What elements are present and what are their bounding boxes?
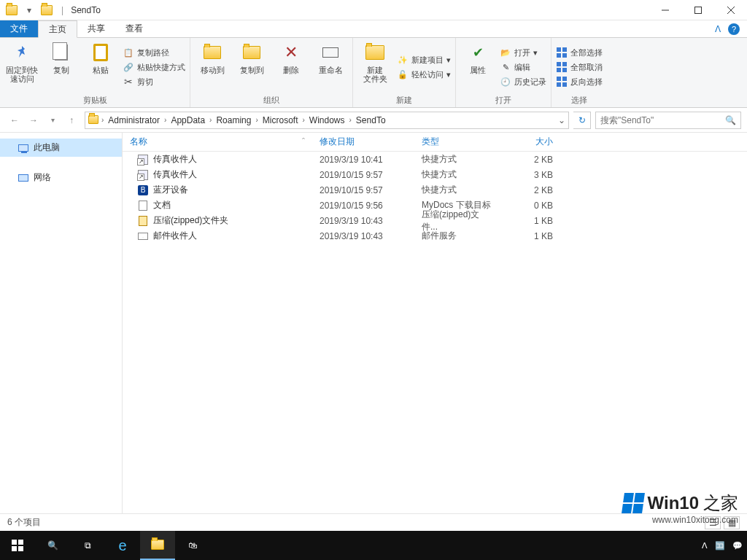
tray-notification-icon[interactable]: 💬 xyxy=(732,541,743,551)
svg-rect-1 xyxy=(694,7,701,13)
edit-button[interactable]: ✎编辑 xyxy=(500,61,546,73)
group-new: 新建 文件夹 ✨新建项目 ▾ 🔓轻松访问 ▾ 新建 xyxy=(353,38,456,107)
tray-chevron-icon[interactable]: ᐱ xyxy=(702,541,708,551)
column-type[interactable]: 类型 xyxy=(414,136,502,148)
file-size: 0 KB xyxy=(502,201,560,211)
file-date: 2019/10/15 9:57 xyxy=(312,185,414,195)
paste-button[interactable]: 粘贴 xyxy=(83,41,118,93)
chevron-right-icon[interactable]: › xyxy=(302,116,304,124)
breadcrumb-segment[interactable]: AppData xyxy=(168,115,208,125)
up-button[interactable]: ↑ xyxy=(63,112,80,129)
chevron-right-icon[interactable]: › xyxy=(101,116,104,124)
copy-path-button[interactable]: 📋复制路径 xyxy=(123,47,185,58)
system-tray[interactable]: ᐱ 🈁 💬 xyxy=(702,541,747,551)
tree-item-network[interactable]: 网络 xyxy=(0,168,122,187)
watermark-url: www.win10xitong.com xyxy=(623,515,738,525)
file-row[interactable]: B蓝牙设备2019/10/15 9:57快捷方式2 KB xyxy=(123,182,747,198)
file-name: 压缩(zipped)文件夹 xyxy=(153,214,228,227)
cut-button[interactable]: ✂剪切 xyxy=(123,76,185,88)
file-row[interactable]: 传真收件人2019/10/15 9:57快捷方式3 KB xyxy=(123,167,747,182)
title-bar: ▾ | SendTo xyxy=(0,0,747,20)
file-name: 传真收件人 xyxy=(153,153,197,166)
forward-button[interactable]: → xyxy=(25,112,42,129)
column-date[interactable]: 修改日期 xyxy=(312,136,414,148)
tab-home[interactable]: 主页 xyxy=(38,20,77,38)
group-open: ✔属性 📂打开 ▾ ✎编辑 🕘历史记录 打开 xyxy=(456,38,551,107)
back-button[interactable]: ← xyxy=(6,112,23,129)
minimize-button[interactable] xyxy=(649,0,681,20)
file-row[interactable]: 邮件收件人2019/3/19 10:43邮件服务1 KB xyxy=(123,228,747,244)
help-icon[interactable]: ? xyxy=(728,23,740,35)
task-view-button[interactable]: ⧉ xyxy=(70,531,105,560)
breadcrumb-segment[interactable]: Roaming xyxy=(213,115,254,125)
column-size[interactable]: 大小 xyxy=(502,136,560,148)
breadcrumb-segment[interactable]: SendTo xyxy=(353,115,389,125)
breadcrumb-segment[interactable]: Windows xyxy=(306,115,348,125)
start-button[interactable] xyxy=(0,531,35,560)
file-row[interactable]: 压缩(zipped)文件夹2019/3/19 10:43压缩(zipped)文件… xyxy=(123,213,747,228)
copy-button[interactable]: 复制 xyxy=(44,41,79,93)
chevron-right-icon[interactable]: › xyxy=(209,116,212,124)
new-item-button[interactable]: ✨新建项目 ▾ xyxy=(397,54,451,66)
address-dropdown-icon[interactable]: ⌄ xyxy=(558,115,565,125)
rename-icon xyxy=(319,41,342,64)
new-folder-button[interactable]: 新建 文件夹 xyxy=(357,41,392,93)
history-button[interactable]: 🕘历史记录 xyxy=(500,76,546,88)
open-button[interactable]: 📂打开 ▾ xyxy=(500,47,546,58)
file-size: 2 KB xyxy=(502,155,560,165)
maximize-button[interactable] xyxy=(681,0,714,20)
store-button[interactable]: 🛍 xyxy=(175,531,210,560)
chevron-right-icon[interactable]: › xyxy=(255,116,258,124)
rename-button[interactable]: 重命名 xyxy=(313,41,348,93)
breadcrumb-segment[interactable]: Microsoft xyxy=(260,115,301,125)
search-box[interactable]: 🔍 xyxy=(595,112,741,129)
paste-icon xyxy=(89,41,112,64)
refresh-button[interactable]: ↻ xyxy=(573,112,591,129)
properties-button[interactable]: ✔属性 xyxy=(460,41,495,93)
tree-item-this-pc[interactable]: 此电脑 xyxy=(0,139,122,157)
folder-icon xyxy=(88,115,100,125)
collapse-ribbon-icon[interactable]: ᐱ xyxy=(715,24,721,34)
close-button[interactable] xyxy=(714,0,747,20)
search-input[interactable] xyxy=(600,115,725,125)
scissors-icon: ✂ xyxy=(123,76,134,88)
folder-icon xyxy=(39,3,54,18)
delete-icon: ✕ xyxy=(279,41,303,64)
select-none-button[interactable]: 全部取消 xyxy=(556,61,603,73)
easy-access-icon: 🔓 xyxy=(397,69,409,80)
recent-dropdown[interactable]: ▾ xyxy=(44,112,61,129)
select-all-button[interactable]: 全部选择 xyxy=(556,47,603,58)
edge-button[interactable]: e xyxy=(105,531,140,560)
chevron-right-icon[interactable]: › xyxy=(349,116,352,124)
title-separator: | xyxy=(61,5,63,15)
explorer-button[interactable] xyxy=(140,531,175,560)
watermark: Win10之家 www.win10xitong.com xyxy=(623,491,738,525)
column-name[interactable]: 名称ˆ xyxy=(123,136,312,148)
column-headers: 名称ˆ 修改日期 类型 大小 xyxy=(123,133,747,152)
shortcut-icon xyxy=(137,154,149,166)
path-icon: 📋 xyxy=(123,47,134,58)
delete-button[interactable]: ✕删除 xyxy=(274,41,309,93)
paste-shortcut-button[interactable]: 🔗粘贴快捷方式 xyxy=(123,61,185,73)
move-to-button[interactable]: 移动到 xyxy=(195,41,230,93)
easy-access-button[interactable]: 🔓轻松访问 ▾ xyxy=(397,69,451,80)
invert-selection-button[interactable]: 反向选择 xyxy=(556,76,603,88)
invert-icon xyxy=(556,76,568,88)
tray-ime-icon[interactable]: 🈁 xyxy=(715,541,725,551)
breadcrumb-segment[interactable]: Administrator xyxy=(105,115,163,125)
qat-dropdown-icon[interactable]: ▾ xyxy=(22,3,36,18)
file-name: 传真收件人 xyxy=(153,168,197,181)
pin-quick-access-button[interactable]: 固定到快 速访问 xyxy=(4,41,39,93)
file-type: 邮件服务 xyxy=(414,230,502,242)
chevron-right-icon[interactable]: › xyxy=(164,116,166,124)
tab-share[interactable]: 共享 xyxy=(77,20,115,37)
search-button[interactable]: 🔍 xyxy=(35,531,70,560)
file-name: 邮件收件人 xyxy=(153,230,197,242)
tab-file[interactable]: 文件 xyxy=(0,20,38,37)
file-row[interactable]: 传真收件人2019/3/19 10:41快捷方式2 KB xyxy=(123,152,747,167)
group-label-clipboard: 剪贴板 xyxy=(4,93,185,106)
address-bar[interactable]: › Administrator› AppData› Roaming› Micro… xyxy=(85,112,569,129)
tab-view[interactable]: 查看 xyxy=(115,20,153,37)
window-title: SendTo xyxy=(71,5,101,15)
copy-to-button[interactable]: 复制到 xyxy=(234,41,269,93)
